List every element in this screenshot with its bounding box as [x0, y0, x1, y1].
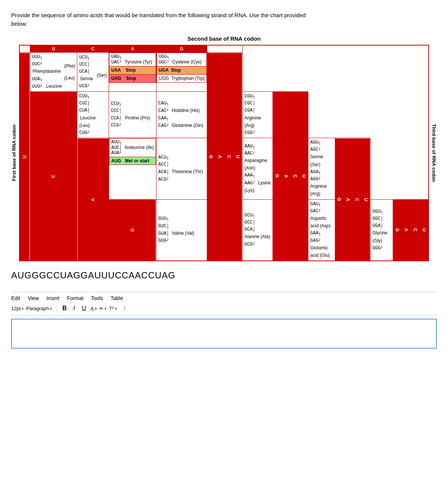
row-header-G: G [109, 199, 156, 261]
first-base-label: First base of RNA codon [11, 125, 17, 181]
highlight-dropdown[interactable]: ✏ ∨ [99, 306, 107, 311]
text-color-chevron: ∨ [94, 306, 97, 311]
intro-text: Provide the sequence of amino acids that… [11, 11, 317, 28]
col-header-G: G [156, 45, 207, 53]
paragraph-dropdown[interactable]: Paragraph ∨ [26, 306, 52, 311]
menu-insert[interactable]: Insert [46, 295, 59, 301]
font-size-value: 12pt [11, 306, 21, 311]
cell-CC-codons: CCU┐ CCC│ CCA│ Proline (Pro) CCG┘ [109, 91, 156, 138]
menu-bar: Edit View Insert Format Tools Table [11, 295, 437, 301]
cell-UU-codons: UUU┐ UUC┘ Phenylalanine UUA┐ UUG┘ Leucin… [30, 53, 77, 92]
col-header-U: U [30, 45, 77, 53]
highlight-icon: ✏ [99, 306, 103, 311]
text-color-dropdown[interactable]: A ∨ [91, 306, 97, 311]
superscript-dropdown[interactable]: T² ∨ [109, 306, 117, 311]
cell-AG-codons: AGU┐ AGC┘ Serine (Ser) AGA┐ AGG┘ Arginin… [308, 138, 335, 200]
codon-table-wrapper: First base of RNA codon U C A G U [11, 45, 437, 261]
highlight-chevron: ∨ [104, 306, 107, 311]
cell-AA-codons: AAU┐ AAC┘ Asparagine (Asn) AAA┐ AAG┘ Lys… [242, 138, 273, 200]
cell-CG-codons: CGU┐ CGC│ CGA│ Arginine (Arg) CGG┘ [242, 91, 273, 138]
cell-GG-codons: GGU┐ GGC│ GGA│ Glycine (Gly) GGG┘ [370, 199, 393, 261]
third-base-U: UCAG [207, 53, 242, 261]
superscript-label: T² [109, 306, 113, 311]
row-header-A: A [77, 138, 109, 261]
row-header-U: U [19, 53, 30, 261]
menu-table[interactable]: Table [111, 295, 123, 301]
row-header-C: C [30, 91, 77, 261]
rna-sequence: AUGGGCCUAGGAUUUCCAACCUAG [11, 270, 437, 281]
codon-table: U C A G U UUU┐ UUC┘ Phenyl [19, 45, 429, 261]
underline-button[interactable]: U [80, 304, 88, 312]
cell-GC-codons: GCU┐ GCC│ GCA│ Alanine (Ala) GCG┘ [242, 199, 273, 261]
more-button[interactable]: ⋮ [119, 305, 129, 312]
cell-UC-codons: UCU┐ UCC│ UCA│ Serine UCG┘ (Ser) [77, 53, 109, 92]
cell-UG-codons: UGU┐UGC┘ Cysteine (Cys) UGA Stop UG [156, 53, 207, 92]
paragraph-label: Paragraph [26, 306, 49, 311]
third-base-A: UCAG [335, 138, 370, 261]
third-base-G: UCAG [393, 199, 429, 261]
italic-button[interactable]: I [71, 304, 77, 312]
cell-CA-codons: CAU┐ CAC┘ Histidine (His) CAA┐ CAG┘ Glut… [156, 91, 207, 138]
cell-AC-codons: ACU┐ ACC│ ACA│ Threonine (Thr) ACG┘ [156, 138, 207, 200]
third-base-label: Third base of RNA codon [431, 124, 437, 182]
cell-GA-codons: GAU┐ GAC┘ Aspartic acid (Asp) GAA┐ GAG┘ … [308, 199, 335, 261]
cell-UA-codons: UAU┐UAC┘ Tyrosine (Tyr) UAA Stop [109, 53, 156, 92]
superscript-chevron: ∨ [115, 306, 117, 311]
paragraph-chevron: ∨ [50, 306, 52, 311]
menu-tools[interactable]: Tools [91, 295, 103, 301]
toolbar-area: Edit View Insert Format Tools Table 12pt… [11, 292, 437, 316]
cell-AU-codons: AUU┐AUC│ Isoleucine (Ile)AUA┘ AUG Met or… [109, 138, 156, 200]
format-toolbar: 12pt ∨ Paragraph ∨ B I U A ∨ ✏ ∨ T² ∨ ⋮ [11, 304, 437, 316]
text-color-label: A [91, 306, 94, 311]
font-size-chevron: ∨ [21, 306, 24, 311]
font-size-dropdown[interactable]: 12pt ∨ [11, 306, 24, 311]
chart-title: Second base of RNA codon [11, 35, 437, 42]
answer-area[interactable] [11, 319, 437, 349]
col-header-A: A [109, 45, 156, 53]
bold-button[interactable]: B [60, 304, 69, 312]
cell-GU-codons: GUU┐ GUC│ GUA│ Valine (Val) GUG┘ [156, 199, 207, 261]
col-header-C: C [77, 45, 109, 53]
menu-edit[interactable]: Edit [11, 295, 20, 301]
third-base-C: UCAG [273, 91, 308, 261]
menu-format[interactable]: Format [67, 295, 83, 301]
codon-outer: First base of RNA codon U C A G U [11, 45, 437, 261]
menu-view[interactable]: View [28, 295, 39, 301]
separator-1 [56, 305, 56, 312]
cell-CU-codons: CUU┐ CUC│ CUA│ Leucine (Leu) CUG┘ [77, 91, 109, 138]
